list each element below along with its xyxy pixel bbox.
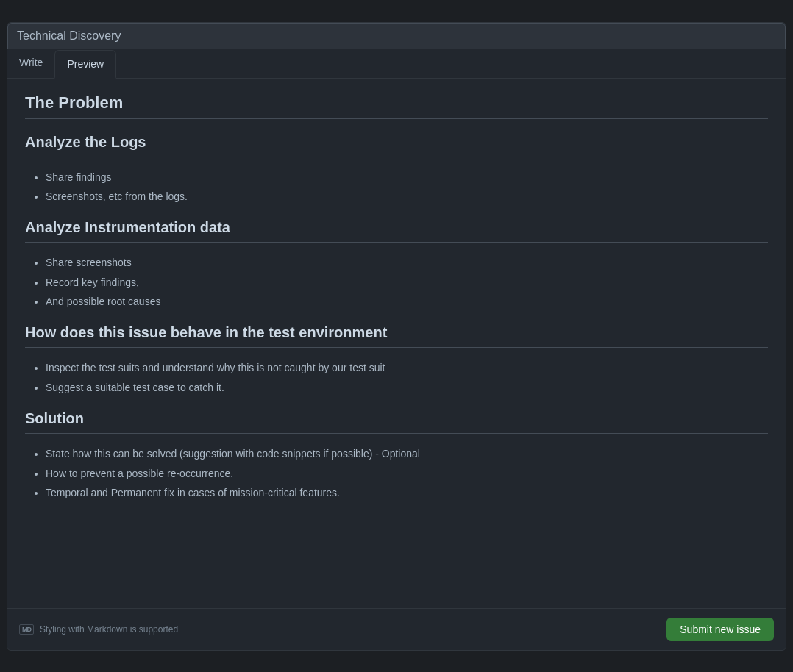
section-heading-analyze-logs: Analyze the Logs xyxy=(25,134,768,157)
tab-write[interactable]: Write xyxy=(7,49,54,78)
list-item: Record key findings, xyxy=(46,274,768,290)
list-item: How to prevent a possible re-occurrence. xyxy=(46,465,768,482)
section-the-problem: The Problem xyxy=(25,93,768,119)
list-item: Temporal and Permanent fix in cases of m… xyxy=(46,485,768,501)
section-heading-solution: Solution xyxy=(25,410,768,434)
markdown-icon: MD xyxy=(19,624,34,635)
tab-preview[interactable]: Preview xyxy=(54,50,116,79)
list-item: Suggest a suitable test case to catch it… xyxy=(46,379,768,396)
list-item: And possible root causes xyxy=(46,293,768,310)
list-item: Screenshots, etc from the logs. xyxy=(46,188,768,204)
footer: MD Styling with Markdown is supported Su… xyxy=(7,608,786,650)
section-heading-test-behavior: How does this issue behave in the test e… xyxy=(25,324,768,348)
list-item: Share findings xyxy=(46,169,768,185)
list-item: State how this can be solved (suggestion… xyxy=(46,446,768,462)
markdown-info: MD Styling with Markdown is supported xyxy=(19,624,178,635)
solution-list: State how this can be solved (suggestion… xyxy=(25,446,768,501)
issue-form: Write Preview The Problem Analyze the Lo… xyxy=(7,22,786,651)
list-item: Inspect the test suits and understand wh… xyxy=(46,360,768,376)
section-analyze-logs: Analyze the Logs Share findings Screensh… xyxy=(25,134,768,205)
preview-content: The Problem Analyze the Logs Share findi… xyxy=(7,79,786,608)
section-heading-the-problem: The Problem xyxy=(25,93,768,119)
instrumentation-list: Share screenshots Record key findings, A… xyxy=(25,254,768,310)
markdown-label: Styling with Markdown is supported xyxy=(40,624,178,635)
analyze-logs-list: Share findings Screenshots, etc from the… xyxy=(25,169,768,205)
tabs-bar: Write Preview xyxy=(7,49,786,79)
section-solution: Solution State how this can be solved (s… xyxy=(25,410,768,501)
section-heading-instrumentation: Analyze Instrumentation data xyxy=(25,219,768,243)
submit-new-issue-button[interactable]: Submit new issue xyxy=(666,618,774,641)
section-instrumentation: Analyze Instrumentation data Share scree… xyxy=(25,219,768,310)
test-behavior-list: Inspect the test suits and understand wh… xyxy=(25,360,768,396)
title-input[interactable] xyxy=(7,23,786,49)
section-test-behavior: How does this issue behave in the test e… xyxy=(25,324,768,396)
list-item: Share screenshots xyxy=(46,254,768,271)
